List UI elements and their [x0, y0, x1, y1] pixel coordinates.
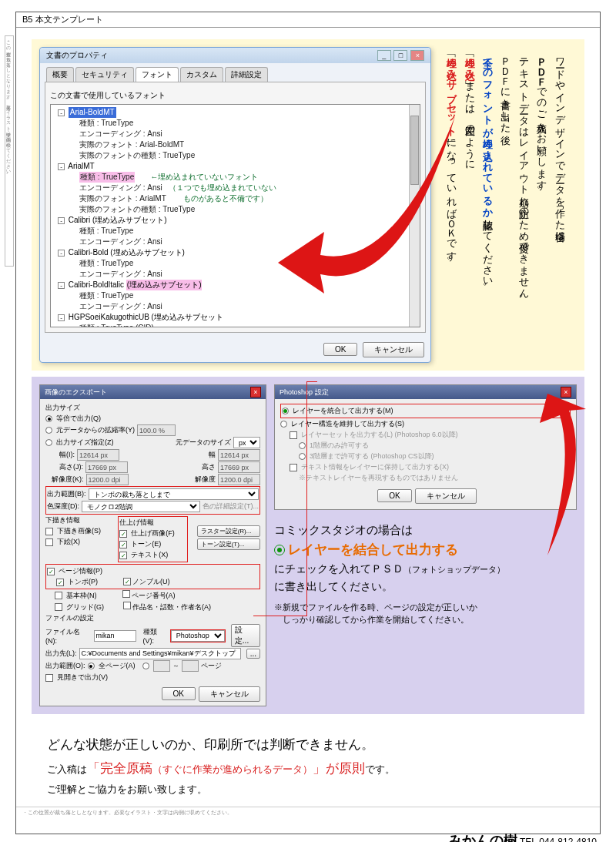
depth-select[interactable]: モノクロ2階調 — [82, 501, 200, 512]
tree-collapse-icon[interactable]: - — [58, 217, 65, 224]
tab-summary[interactable]: 概要 — [46, 67, 74, 82]
tab-advanced[interactable]: 詳細設定 — [225, 67, 268, 82]
red-arrow-icon — [540, 394, 601, 566]
height-input[interactable] — [85, 461, 128, 473]
ok-button[interactable]: OK — [377, 489, 411, 502]
font-name: Calibri (埋め込みサブセット) — [69, 216, 167, 224]
export-instructions: コミックスタジオの場合は レイヤーを結合して出力する にチェックを入れてＰＳＤ（… — [274, 521, 577, 626]
settings-button[interactable]: 設定... — [231, 624, 260, 647]
font-name: Arial-BoldMT — [69, 107, 116, 118]
tab-security[interactable]: セキュリティ — [75, 67, 134, 82]
export-dialog: 画像のエクスポート× 出力サイズ 等倍で出力(Q) 元データからの拡縮率(Y) … — [39, 384, 266, 706]
dialog-title: Photoshop 設定 — [280, 387, 329, 398]
ok-button[interactable]: OK — [162, 687, 196, 700]
radio-all[interactable] — [88, 663, 95, 669]
side-note-box: ・この位置が裁ち落としとなります。必要なイラスト・文字は内側に収めてください。 — [5, 35, 14, 267]
check-page[interactable] — [47, 568, 55, 575]
tab-custom[interactable]: カスタム — [180, 67, 223, 82]
radio-merge[interactable] — [282, 408, 289, 414]
radio-range[interactable] — [142, 663, 149, 669]
tree-collapse-icon[interactable]: - — [58, 314, 65, 321]
check-grid[interactable] — [55, 603, 62, 611]
minimize-icon[interactable]: _ — [377, 50, 391, 61]
bottom-note: ・この位置が裁ち落としとなります。必要なイラスト・文字は内側に収めてください。 — [16, 807, 600, 818]
tone-button[interactable]: トーン設定(T)... — [197, 538, 260, 550]
font-name: HGPSoeiKakugothicUB (埋め込みサブセット — [69, 313, 223, 321]
check-base[interactable] — [45, 538, 53, 546]
window-title: 文書のプロパティ — [46, 50, 108, 61]
check-finish[interactable] — [119, 530, 127, 538]
maximize-icon[interactable]: □ — [393, 50, 407, 61]
red-connector — [253, 616, 307, 616]
font-name: Calibri-Bold (埋め込みサブセット) — [69, 248, 185, 257]
scrollbar-thumb[interactable] — [410, 116, 419, 185]
radio-equal[interactable] — [45, 415, 52, 422]
radio-scale[interactable] — [45, 427, 52, 434]
check-title[interactable] — [123, 602, 131, 609]
check-nombre[interactable] — [123, 578, 131, 585]
font-name: Calibri-BoldItalic — [69, 280, 124, 289]
filetype-select[interactable]: Photoshop — [171, 630, 225, 642]
cancel-button[interactable]: キャンセル — [199, 686, 260, 702]
raster-button[interactable]: ラスター設定(R)... — [197, 525, 260, 537]
radio-size[interactable] — [45, 439, 52, 446]
cancel-button[interactable]: キャンセル — [363, 342, 424, 357]
width-input[interactable] — [77, 449, 119, 461]
embed-note: ←埋め込まれていないフォント — [150, 172, 258, 183]
red-connector — [306, 381, 317, 382]
tree-collapse-icon[interactable]: - — [58, 109, 65, 116]
check-text[interactable] — [119, 552, 127, 559]
dialog-title: 画像のエクスポート — [45, 387, 107, 398]
range-select[interactable]: トンボの裁ち落としまで — [89, 488, 259, 500]
window-controls: _ □ × — [377, 50, 425, 61]
dir-input[interactable] — [79, 648, 241, 659]
tree-collapse-icon[interactable]: - — [58, 282, 65, 289]
ok-button[interactable]: OK — [323, 343, 357, 356]
footer-text: どんな状態が正しいのか、印刷所では判断できません。 ご入稿は「完全原稿（すぐに作… — [16, 714, 600, 807]
check-draft[interactable] — [45, 528, 53, 535]
check-spread[interactable] — [45, 674, 53, 682]
close-icon[interactable]: × — [250, 387, 261, 398]
tree-collapse-icon[interactable]: - — [58, 163, 65, 170]
scale-input[interactable] — [137, 424, 176, 436]
page-frame: ・この位置が裁ち落としとなります。必要なイラスト・文字は内側に収めてください。 … — [15, 12, 601, 834]
radio-keep[interactable] — [280, 421, 287, 428]
font-name: ArialMT — [68, 162, 94, 170]
red-connector — [306, 381, 307, 616]
close-icon[interactable]: × — [410, 50, 424, 61]
radio-green-icon — [274, 545, 285, 555]
check-frame[interactable] — [55, 592, 62, 599]
cancel-button[interactable]: キャンセル — [415, 488, 477, 504]
photoshop-dialog: Photoshop 設定× レイヤーを統合して出力する(M) レイヤー構造を維持… — [274, 384, 577, 510]
unit-select[interactable]: px — [233, 437, 260, 448]
header: B5 本文テンプレート — [16, 12, 600, 28]
dpi-input[interactable] — [86, 474, 129, 485]
section-pdf-fonts: 文書のプロパティ _ □ × 概要 セキュリティ フォント カスタム 詳細設定 … — [32, 39, 584, 371]
titlebar: 文書のプロパティ _ □ × — [40, 48, 430, 63]
check-tone[interactable] — [119, 541, 127, 548]
logo-tel: みかんの樹 TEL.044-812-4810 — [448, 831, 597, 842]
section-export: 画像のエクスポート× 出力サイズ 等倍で出力(Q) 元データからの拡縮率(Y) … — [32, 377, 584, 714]
tabs: 概要 セキュリティ フォント カスタム 詳細設定 — [40, 63, 430, 82]
check-pageno[interactable] — [122, 590, 130, 598]
list-label: この文書で使用しているフォント — [50, 90, 420, 101]
filename-input[interactable] — [94, 630, 136, 642]
tree-collapse-icon[interactable]: - — [58, 250, 65, 257]
tab-fonts[interactable]: フォント — [136, 67, 179, 82]
check-tonbo[interactable] — [56, 579, 64, 586]
browse-button[interactable]: ... — [246, 649, 260, 659]
